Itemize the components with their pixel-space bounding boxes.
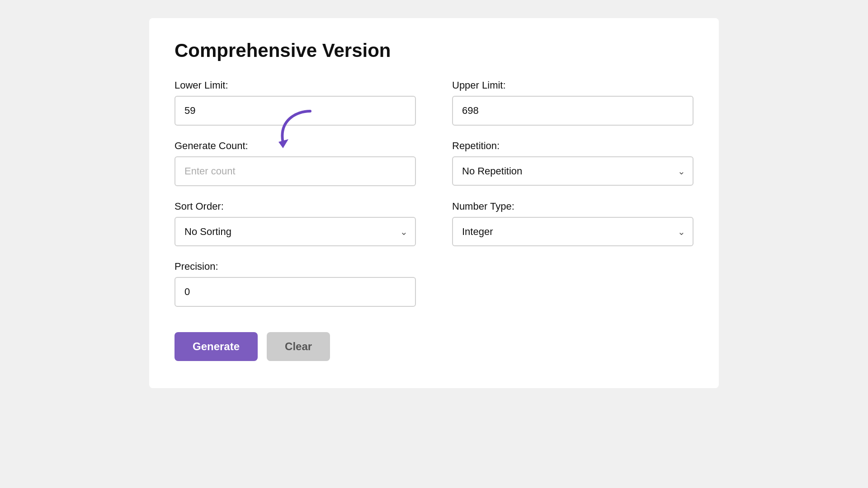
lower-limit-group: Lower Limit:	[175, 80, 416, 126]
sort-order-label: Sort Order:	[175, 201, 416, 212]
lower-limit-label: Lower Limit:	[175, 80, 416, 91]
buttons-section: Generate Clear	[175, 325, 693, 361]
number-type-select-wrapper: Integer Decimal ⌄	[452, 217, 693, 246]
generate-count-wrapper	[175, 156, 416, 186]
number-type-select[interactable]: Integer Decimal	[452, 217, 693, 246]
generate-count-input[interactable]	[175, 156, 416, 186]
page-title: Comprehensive Version	[175, 40, 693, 61]
sort-order-select-wrapper: No Sorting Ascending Descending ⌄	[175, 217, 416, 246]
number-type-group: Number Type: Integer Decimal ⌄	[452, 201, 693, 246]
upper-limit-group: Upper Limit:	[452, 80, 693, 126]
repetition-select[interactable]: No Repetition With Repetition	[452, 156, 693, 186]
repetition-select-wrapper: No Repetition With Repetition ⌄	[452, 156, 693, 186]
clear-button[interactable]: Clear	[267, 332, 330, 361]
precision-input[interactable]	[175, 277, 416, 307]
buttons-row: Generate Clear	[175, 332, 693, 361]
generate-button[interactable]: Generate	[175, 332, 258, 361]
main-card: Comprehensive Version Lower Limit: Upper…	[149, 18, 719, 388]
generate-count-group: Generate Count:	[175, 140, 416, 186]
number-type-label: Number Type:	[452, 201, 693, 212]
repetition-group: Repetition: No Repetition With Repetitio…	[452, 140, 693, 186]
precision-group: Precision:	[175, 261, 416, 307]
form-grid: Lower Limit: Upper Limit: Generate Count…	[175, 80, 693, 361]
upper-limit-label: Upper Limit:	[452, 80, 693, 91]
repetition-label: Repetition:	[452, 140, 693, 152]
generate-count-label: Generate Count:	[175, 140, 416, 152]
sort-order-group: Sort Order: No Sorting Ascending Descend…	[175, 201, 416, 246]
precision-label: Precision:	[175, 261, 416, 272]
lower-limit-input[interactable]	[175, 96, 416, 126]
sort-order-select[interactable]: No Sorting Ascending Descending	[175, 217, 416, 246]
upper-limit-input[interactable]	[452, 96, 693, 126]
